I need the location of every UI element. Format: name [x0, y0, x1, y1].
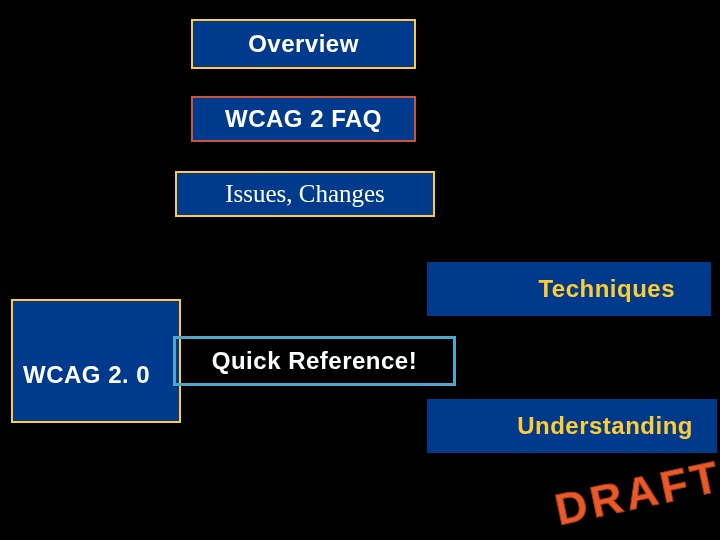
overview-label: Overview	[248, 30, 359, 58]
faq-box: WCAG 2 FAQ	[191, 96, 416, 142]
understanding-box: Understanding	[427, 399, 717, 453]
wcag20-label: WCAG 2. 0	[23, 361, 150, 389]
draft-watermark: DRAFT	[551, 451, 720, 535]
techniques-box: Techniques	[427, 262, 711, 316]
quickref-box: Quick Reference!	[173, 336, 456, 386]
faq-label: WCAG 2 FAQ	[225, 105, 382, 133]
wcag20-box: WCAG 2. 0	[11, 299, 181, 423]
issues-label: Issues, Changes	[225, 180, 385, 208]
overview-box: Overview	[191, 19, 416, 69]
techniques-label: Techniques	[538, 275, 675, 303]
issues-box: Issues, Changes	[175, 171, 435, 217]
understanding-label: Understanding	[517, 412, 693, 440]
quickref-label: Quick Reference!	[212, 347, 417, 375]
